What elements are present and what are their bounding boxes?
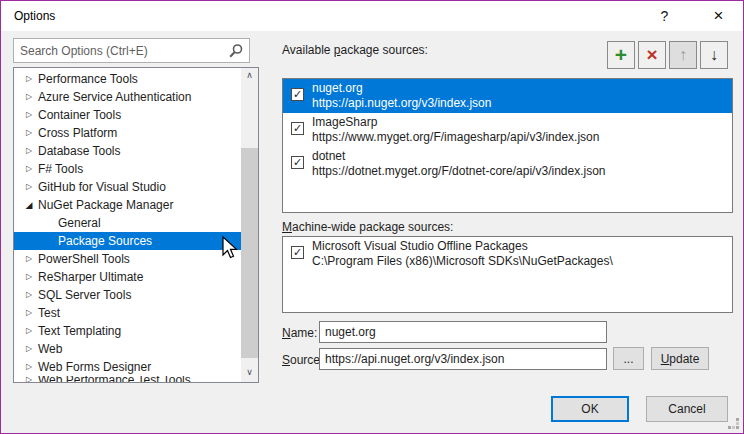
sidebar-item-package-sources[interactable]: Package Sources <box>14 232 243 250</box>
check-icon: ✓ <box>292 123 303 134</box>
package-sources-list: ✓ nuget.org https://api.nuget.org/v3/ind… <box>282 78 733 213</box>
checkbox-checked[interactable]: ✓ <box>291 246 304 259</box>
title-bar: Options ? × <box>1 1 743 31</box>
move-up-button[interactable]: ↑ <box>669 41 697 69</box>
close-icon: × <box>714 6 724 25</box>
chevron-right-icon: ▷ <box>23 304 35 322</box>
chevron-right-icon: ▷ <box>23 178 35 196</box>
package-source-row-dotnet[interactable]: ✓ dotnet https://dotnet.myget.org/F/dotn… <box>283 147 732 181</box>
package-source-url: https://api.nuget.org/v3/index.json <box>312 96 491 111</box>
sidebar-item-text-templating[interactable]: ▷Text Templating <box>14 322 243 340</box>
machine-wide-sources-label: Machine-wide package sources: <box>282 220 453 234</box>
sidebar-item-web-forms-designer[interactable]: ▷Web Forms Designer <box>14 358 243 376</box>
sidebar-item-resharper-ultimate[interactable]: ▷ReSharper Ultimate <box>14 268 243 286</box>
package-source-row-nuget-org[interactable]: ✓ nuget.org https://api.nuget.org/v3/ind… <box>283 79 732 113</box>
help-icon: ? <box>661 8 669 24</box>
checkbox-checked[interactable]: ✓ <box>291 88 304 101</box>
resize-grip-icon[interactable] <box>727 417 740 430</box>
sidebar-item-web[interactable]: ▷Web <box>14 340 243 358</box>
chevron-right-icon: ▷ <box>23 286 35 304</box>
chevron-right-icon: ▷ <box>23 358 35 376</box>
sidebar-item-test[interactable]: ▷Test <box>14 304 243 322</box>
chevron-right-icon: ▷ <box>23 70 35 88</box>
package-source-name: nuget.org <box>312 81 491 96</box>
package-source-name: dotnet <box>312 149 606 164</box>
sidebar-item-cross-platform[interactable]: ▷Cross Platform <box>14 124 243 142</box>
sidebar-item-powershell-tools[interactable]: ▷PowerShell Tools <box>14 250 243 268</box>
sidebar-item-fsharp-tools[interactable]: ▷F# Tools <box>14 160 243 178</box>
package-source-name: ImageSharp <box>312 115 599 130</box>
chevron-right-icon: ▷ <box>23 340 35 358</box>
chevron-right-icon: ▷ <box>23 124 35 142</box>
chevron-right-icon: ▷ <box>23 106 35 124</box>
search-icon[interactable] <box>228 43 244 59</box>
add-source-button[interactable]: + <box>607 41 635 69</box>
sidebar-item-database-tools[interactable]: ▷Database Tools <box>14 142 243 160</box>
machine-source-row-vs-offline[interactable]: ✓ Microsoft Visual Studio Offline Packag… <box>283 237 732 271</box>
checkbox-checked[interactable]: ✓ <box>291 156 304 169</box>
window-title: Options <box>14 9 55 23</box>
move-down-button[interactable]: ↓ <box>700 41 728 69</box>
sidebar-item-github-for-visual-studio[interactable]: ▷GitHub for Visual Studio <box>14 178 243 196</box>
tree-scrollbar[interactable]: ∧ ∨ <box>241 68 258 382</box>
sidebar-item-web-performance-test-tools[interactable]: ▷Web Performance Test Tools <box>14 376 243 383</box>
cancel-button[interactable]: Cancel <box>646 396 728 422</box>
machine-wide-sources-list: ✓ Microsoft Visual Studio Offline Packag… <box>282 236 733 313</box>
machine-source-path: C:\Program Files (x86)\Microsoft SDKs\Nu… <box>312 254 613 269</box>
arrow-up-icon: ↑ <box>679 46 687 64</box>
chevron-right-icon: ▷ <box>23 322 35 340</box>
search-box <box>13 38 250 63</box>
package-source-row-imagesharp[interactable]: ✓ ImageSharp https://www.myget.org/F/ima… <box>283 113 732 147</box>
sidebar-item-container-tools[interactable]: ▷Container Tools <box>14 106 243 124</box>
chevron-expanded-icon: ◢ <box>23 196 35 214</box>
help-button[interactable]: ? <box>642 1 687 31</box>
scroll-up-icon[interactable]: ∧ <box>241 68 258 85</box>
chevron-right-icon: ▷ <box>23 88 35 106</box>
update-button[interactable]: Update <box>651 347 709 370</box>
chevron-right-icon: ▷ <box>23 376 35 383</box>
tree-rows: ▷Performance Tools ▷Azure Service Authen… <box>14 70 243 383</box>
check-icon: ✓ <box>292 89 303 100</box>
chevron-right-icon: ▷ <box>23 268 35 286</box>
options-tree: ▷Performance Tools ▷Azure Service Authen… <box>13 67 259 383</box>
name-label: Name: <box>282 326 317 340</box>
browse-button[interactable]: ... <box>613 347 644 370</box>
close-button[interactable]: × <box>696 1 741 31</box>
sidebar-item-performance-tools[interactable]: ▷Performance Tools <box>14 70 243 88</box>
source-field[interactable] <box>319 348 607 370</box>
chevron-right-icon: ▷ <box>23 160 35 178</box>
chevron-right-icon: ▷ <box>23 142 35 160</box>
sidebar-item-nuget-package-manager[interactable]: ◢NuGet Package Manager <box>14 196 243 214</box>
check-icon: ✓ <box>292 157 303 168</box>
ok-button[interactable]: OK <box>551 396 629 422</box>
sidebar-item-azure-service-authentication[interactable]: ▷Azure Service Authentication <box>14 88 243 106</box>
scroll-down-icon[interactable]: ∨ <box>241 365 258 382</box>
check-icon: ✓ <box>292 247 303 258</box>
x-icon: × <box>646 45 657 65</box>
package-source-url: https://www.myget.org/F/imagesharp/api/v… <box>312 130 599 145</box>
options-dialog: Options ? × ▷Performance Tools ▷Azure Se… <box>0 0 744 434</box>
chevron-right-icon: ▷ <box>23 250 35 268</box>
name-field[interactable] <box>319 321 607 343</box>
source-label: Source: <box>282 353 323 367</box>
checkbox-checked[interactable]: ✓ <box>291 122 304 135</box>
mouse-cursor-icon <box>222 236 244 260</box>
available-sources-label: Available package sources: <box>282 43 428 57</box>
arrow-down-icon: ↓ <box>710 46 718 64</box>
remove-source-button[interactable]: × <box>638 41 666 69</box>
plus-icon: + <box>615 45 627 65</box>
machine-source-name: Microsoft Visual Studio Offline Packages <box>312 239 613 254</box>
package-source-url: https://dotnet.myget.org/F/dotnet-core/a… <box>312 164 606 179</box>
sidebar-item-general[interactable]: General <box>14 214 243 232</box>
search-input[interactable] <box>14 39 249 62</box>
sidebar-item-sql-server-tools[interactable]: ▷SQL Server Tools <box>14 286 243 304</box>
